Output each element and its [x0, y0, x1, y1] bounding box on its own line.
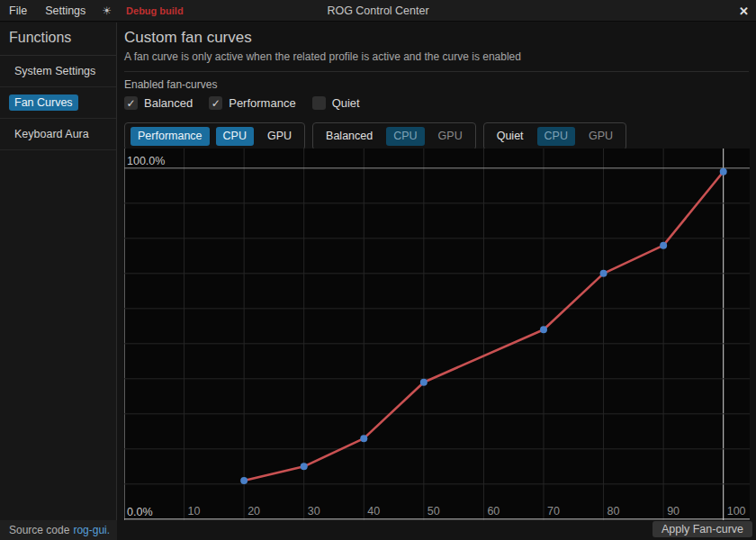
source-code-label: Source code	[9, 524, 69, 536]
svg-text:40: 40	[367, 505, 380, 518]
svg-text:20: 20	[248, 505, 260, 518]
svg-text:70: 70	[547, 505, 560, 518]
enabled-fan-curves-label: Enabled fan-curves	[124, 78, 756, 91]
svg-text:0.0%: 0.0%	[127, 506, 153, 518]
svg-text:90: 90	[667, 505, 680, 518]
tab-balanced[interactable]: Balanced	[319, 127, 380, 146]
svg-text:80: 80	[608, 505, 620, 518]
checkbox-label: Quiet	[332, 96, 360, 110]
sidebar-item-label: Keyboard Aura	[9, 126, 94, 142]
section-divider	[124, 71, 749, 72]
tab-group-quiet: Quiet CPU GPU	[483, 122, 626, 150]
theme-toggle-icon[interactable]: ☀	[94, 4, 119, 17]
fan-curve-chart: 102030405060708090100100.0%0.0%	[124, 148, 750, 520]
checkbox-quiet[interactable]: Quiet	[312, 96, 360, 110]
checkbox-label: Performance	[229, 96, 295, 110]
sidebar: Functions System Settings Fan Curves Key…	[0, 22, 117, 520]
sidebar-item-system-settings[interactable]: System Settings	[0, 56, 116, 87]
menu-file[interactable]: File	[0, 4, 36, 17]
sidebar-item-keyboard-aura[interactable]: Keyboard Aura	[0, 119, 116, 150]
tab-balanced-gpu[interactable]: GPU	[431, 127, 470, 146]
enabled-checkbox-row: ✓ Balanced ✓ Performance Quiet	[124, 96, 756, 110]
sidebar-item-label: System Settings	[9, 63, 101, 79]
footer-bar: Source code rog-gui. Apply Fan-curve	[0, 520, 756, 540]
tab-performance[interactable]: Performance	[130, 127, 210, 146]
checkbox-checked-icon: ✓	[124, 96, 138, 110]
page-subtitle: A fan curve is only active when the rela…	[124, 50, 756, 63]
title-bar: File Settings ☀ Debug build ROG Control …	[0, 0, 756, 22]
svg-text:100: 100	[727, 505, 746, 518]
tab-balanced-cpu[interactable]: CPU	[386, 127, 424, 146]
svg-text:100.0%: 100.0%	[127, 155, 165, 167]
tab-quiet-gpu[interactable]: GPU	[581, 127, 620, 146]
sidebar-item-label: Fan Curves	[9, 94, 78, 111]
svg-text:30: 30	[308, 505, 320, 518]
menu-settings[interactable]: Settings	[36, 4, 94, 17]
tab-group-performance: Performance CPU GPU	[124, 122, 305, 150]
tab-quiet[interactable]: Quiet	[490, 127, 531, 146]
apply-fan-curve-button[interactable]: Apply Fan-curve	[652, 521, 752, 537]
checkbox-unchecked-icon	[312, 96, 326, 110]
svg-text:50: 50	[428, 505, 440, 518]
debug-build-label: Debug build	[119, 5, 191, 16]
tab-group-balanced: Balanced CPU GPU	[312, 122, 476, 150]
svg-text:60: 60	[487, 505, 500, 518]
source-code-link[interactable]: rog-gui.	[73, 524, 110, 536]
checkbox-balanced[interactable]: ✓ Balanced	[124, 96, 193, 110]
tab-performance-cpu[interactable]: CPU	[216, 127, 254, 146]
close-icon[interactable]: ✕	[739, 0, 749, 22]
checkbox-checked-icon: ✓	[209, 96, 222, 110]
tab-quiet-cpu[interactable]: CPU	[537, 127, 575, 146]
main-panel: Custom fan curves A fan curve is only ac…	[117, 22, 756, 520]
checkbox-label: Balanced	[144, 96, 193, 110]
checkbox-performance[interactable]: ✓ Performance	[209, 96, 295, 110]
source-code-box: Source code rog-gui.	[0, 520, 117, 540]
fan-curve-plot[interactable]: 102030405060708090100100.0%0.0%	[124, 148, 750, 520]
sidebar-header: Functions	[0, 22, 116, 56]
tab-performance-gpu[interactable]: GPU	[260, 127, 299, 146]
page-title: Custom fan curves	[124, 28, 756, 48]
profile-tabs-row: Performance CPU GPU Balanced CPU GPU Qui…	[124, 122, 756, 150]
svg-text:10: 10	[188, 505, 201, 518]
sidebar-item-fan-curves[interactable]: Fan Curves	[0, 87, 116, 119]
